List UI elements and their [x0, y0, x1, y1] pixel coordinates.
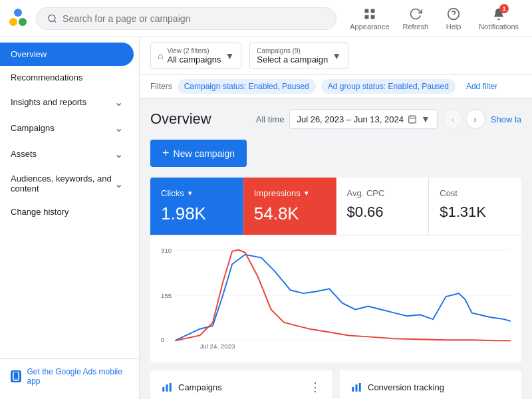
svg-point-12 [15, 378, 17, 380]
campaign-chevron-icon: ▼ [332, 51, 341, 61]
date-picker-chevron-icon: ▼ [421, 114, 430, 124]
mobile-icon [11, 370, 21, 382]
campaign-select-value: Select a campaign [257, 55, 328, 65]
content-area: Overview All time Jul 26, 2023 – Jun 13,… [140, 98, 532, 399]
notifications-icon-wrap: 1 [491, 7, 506, 21]
svg-point-3 [49, 15, 55, 21]
metrics-row: Clicks ▼ 1.98K Impressions ▼ 54.8K Avg. … [150, 178, 521, 235]
sidebar-item-insights[interactable]: Insights and reports ⌄ [0, 89, 134, 115]
assets-chevron-icon: ⌄ [114, 148, 123, 160]
show-label[interactable]: Show la [491, 114, 521, 124]
filter-chip-ad-group-status[interactable]: Ad group status: Enabled, Paused [321, 79, 456, 94]
svg-rect-23 [352, 387, 354, 392]
calendar-icon [408, 114, 417, 124]
svg-point-1 [19, 18, 27, 26]
metric-avg-cpc: Avg. CPC $0.66 [336, 178, 430, 235]
sidebar-item-audiences[interactable]: Audiences, keywords, and content ⌄ [0, 167, 134, 200]
y-label-bottom: 0 [161, 336, 165, 343]
overview-title: Overview [150, 110, 211, 128]
new-campaign-label: New campaign [174, 148, 235, 159]
view-dropdown[interactable]: ⌂ View (2 filters) All campaigns ▼ [150, 43, 241, 69]
sidebar-item-assets[interactable]: Assets ⌄ [0, 141, 134, 167]
x-label: Jul 24, 2023 [200, 342, 235, 350]
main-toolbar: ⌂ View (2 filters) All campaigns ▼ Campa… [140, 37, 532, 75]
search-input[interactable] [63, 13, 325, 24]
metric-impressions: Impressions ▼ 54.8K [243, 178, 336, 235]
search-bar[interactable] [36, 7, 336, 30]
appearance-label: Appearance [350, 23, 389, 31]
svg-rect-24 [356, 384, 358, 392]
conversion-tracking-card: Conversion tracking [340, 370, 521, 399]
svg-rect-7 [364, 15, 368, 19]
svg-point-0 [9, 18, 17, 26]
sidebar-item-campaigns[interactable]: Campaigns ⌄ [0, 115, 134, 141]
sidebar: Overview Recommendations Insights and re… [0, 37, 140, 399]
view-value: All campaigns [167, 55, 221, 65]
sidebar-item-campaigns-label: Campaigns [11, 123, 55, 133]
avg-cpc-label: Avg. CPC [347, 188, 385, 198]
sidebar-item-change-history[interactable]: Change history [0, 200, 134, 223]
sidebar-item-change-history-label: Change history [11, 207, 68, 217]
help-button[interactable]: Help [436, 4, 471, 33]
campaign-count-label: Campaigns (9) [257, 47, 328, 55]
audiences-chevron-icon: ⌄ [114, 178, 123, 190]
clicks-dropdown-icon[interactable]: ▼ [187, 190, 194, 197]
clicks-label: Clicks [161, 188, 184, 198]
campaigns-bar-chart-icon [161, 381, 173, 393]
metric-clicks: Clicks ▼ 1.98K [150, 178, 243, 235]
sidebar-item-overview[interactable]: Overview [0, 43, 134, 66]
y-label-mid: 155 [161, 292, 172, 299]
add-filter-button[interactable]: Add filter [461, 79, 503, 94]
date-range-value: Jul 26, 2023 – Jun 13, 2024 [297, 114, 403, 124]
impressions-dropdown-icon[interactable]: ▼ [303, 190, 310, 197]
cost-label: Cost [440, 188, 458, 198]
conversion-tracking-label: Conversion tracking [368, 382, 444, 392]
campaigns-card-label: Campaigns [178, 382, 222, 392]
svg-rect-25 [359, 383, 361, 392]
search-icon [47, 13, 57, 24]
svg-rect-13 [409, 116, 416, 123]
campaigns-card: Campaigns ⋮ [150, 370, 332, 399]
appearance-button[interactable]: Appearance [344, 4, 394, 33]
refresh-button[interactable]: Refresh [398, 4, 434, 33]
refresh-icon-wrap [408, 7, 423, 21]
sidebar-item-recommendations[interactable]: Recommendations [0, 66, 134, 89]
y-label-top: 310 [161, 247, 172, 254]
svg-rect-22 [170, 383, 172, 392]
header-actions: Appearance Refresh Help [344, 4, 524, 33]
overview-header: Overview All time Jul 26, 2023 – Jun 13,… [150, 109, 521, 129]
sidebar-item-assets-label: Assets [11, 149, 37, 159]
avg-cpc-value: $0.66 [347, 203, 418, 221]
svg-rect-5 [364, 9, 368, 13]
svg-line-4 [54, 20, 56, 22]
date-picker[interactable]: Jul 26, 2023 – Jun 13, 2024 ▼ [289, 109, 437, 129]
view-chevron-icon: ▼ [225, 51, 234, 61]
refresh-label: Refresh [403, 23, 429, 31]
svg-point-2 [14, 9, 22, 17]
notification-badge: 1 [499, 4, 509, 13]
campaigns-chevron-icon: ⌄ [114, 122, 123, 134]
nav-arrows: ‹ › [443, 109, 485, 129]
next-period-button[interactable]: › [466, 109, 485, 129]
campaigns-more-icon[interactable]: ⋮ [309, 380, 321, 394]
campaign-dropdown[interactable]: Campaigns (9) Select a campaign ▼ [249, 43, 348, 69]
mobile-app-link[interactable]: Get the Google Ads mobile app [0, 358, 139, 394]
help-label: Help [446, 23, 462, 31]
main-layout: Overview Recommendations Insights and re… [0, 37, 532, 399]
appearance-icon-wrap [362, 7, 377, 21]
filter-chip-campaign-status[interactable]: Campaign status: Enabled, Paused [178, 79, 316, 94]
sidebar-item-overview-label: Overview [11, 49, 47, 59]
time-period-label: All time [256, 114, 285, 124]
sidebar-item-audiences-label: Audiences, keywords, and content [11, 174, 114, 194]
logo [8, 7, 28, 29]
insights-chevron-icon: ⌄ [114, 96, 123, 108]
plus-icon: + [162, 146, 170, 160]
impressions-label: Impressions [254, 188, 301, 198]
prev-period-button[interactable]: ‹ [443, 109, 463, 129]
view-filter-label: View (2 filters) [167, 47, 221, 55]
svg-rect-8 [371, 15, 375, 19]
new-campaign-button[interactable]: + New campaign [150, 140, 247, 167]
notifications-button[interactable]: 1 Notifications [473, 4, 524, 33]
chart-container: 310 155 0 Jul 24, 2023 [150, 235, 521, 362]
filters-bar: Filters Campaign status: Enabled, Paused… [140, 75, 532, 98]
